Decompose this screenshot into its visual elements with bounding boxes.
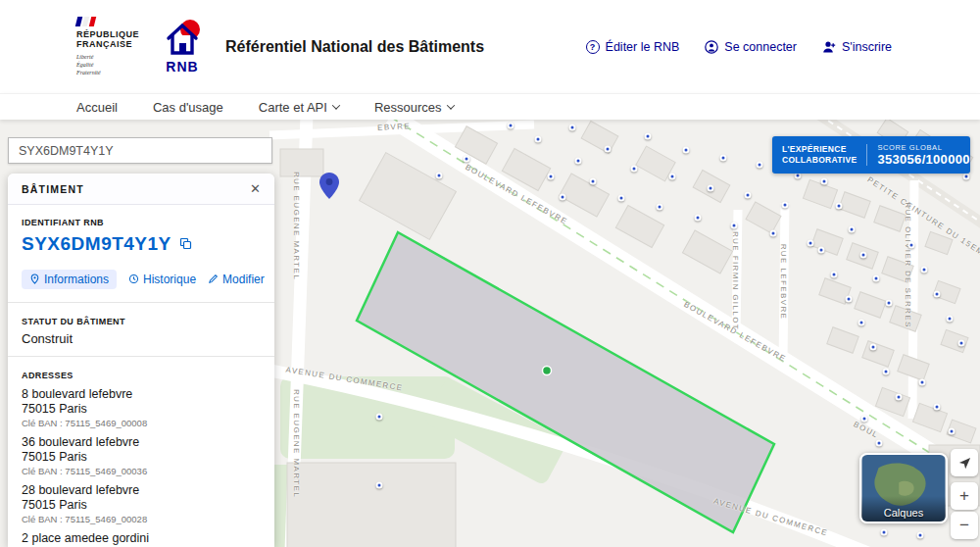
- building-marker[interactable]: [645, 133, 652, 140]
- building-marker[interactable]: [569, 124, 576, 131]
- panel-body: IDENTIFIANT RNB SYX6DM9T4Y1Y: [8, 205, 274, 547]
- building-marker[interactable]: [605, 146, 612, 153]
- building-marker[interactable]: [618, 195, 625, 202]
- person-add-icon: [822, 40, 836, 54]
- building-marker[interactable]: [849, 226, 856, 233]
- map-search-input[interactable]: [9, 138, 271, 163]
- building-marker[interactable]: [695, 215, 702, 222]
- site-header: RÉPUBLIQUE FRANÇAISE Liberté Égalité Fra…: [0, 0, 980, 93]
- building-marker[interactable]: [708, 185, 714, 192]
- site-title: Référentiel National des Bâtiments: [225, 38, 484, 56]
- building-marker[interactable]: [919, 379, 926, 386]
- building-marker[interactable]: [921, 267, 928, 274]
- edit-rnb-link[interactable]: ? Éditer le RNB: [586, 40, 680, 54]
- street-label: EBVRE: [377, 122, 412, 132]
- nav-item-accueil[interactable]: Accueil: [76, 100, 118, 115]
- building-marker[interactable]: [958, 340, 965, 347]
- building-marker[interactable]: [575, 158, 582, 165]
- zoom-in-button[interactable]: +: [951, 482, 978, 510]
- nav-item-carte-api[interactable]: Carte et API: [259, 100, 339, 115]
- collaborative-score-badge[interactable]: L'EXPÉRIENCE COLLABORATIVE SCORE GLOBAL …: [772, 136, 970, 174]
- building-marker[interactable]: [873, 275, 880, 282]
- building-marker[interactable]: [883, 369, 890, 375]
- badge-title: L'EXPÉRIENCE COLLABORATIVE: [782, 144, 867, 166]
- building-marker[interactable]: [963, 174, 970, 180]
- rnb-house-icon: [161, 19, 204, 58]
- building-marker[interactable]: [560, 194, 566, 201]
- building-marker[interactable]: [669, 174, 676, 180]
- building-marker[interactable]: [846, 296, 853, 303]
- tab-informations[interactable]: Informations: [22, 270, 117, 289]
- layers-button[interactable]: Calques: [859, 453, 948, 523]
- panel-header: BÂTIMENT ✕: [8, 174, 274, 205]
- locate-button[interactable]: [951, 449, 978, 476]
- rnb-id-value: SYX6DM9T4Y1Y: [22, 233, 172, 255]
- layers-label: Calques: [861, 507, 946, 519]
- building-marker[interactable]: [831, 272, 838, 278]
- building-marker[interactable]: [934, 404, 941, 411]
- building-marker[interactable]: [720, 155, 727, 162]
- map-canvas[interactable]: EBVREBOULEVARD LEFEBVREBOULEVARD LEFEBVR…: [0, 120, 980, 547]
- building-marker[interactable]: [436, 173, 443, 179]
- address-item: 36 boulevard lefebvre 75015 Paris Clé BA…: [22, 435, 261, 477]
- marianne-line1: RÉPUBLIQUE: [76, 29, 139, 40]
- building-marker[interactable]: [657, 204, 663, 211]
- panel-tabs: Informations Historique Modifier: [22, 269, 261, 289]
- building-marker[interactable]: [631, 166, 638, 173]
- building-marker[interactable]: [947, 316, 954, 323]
- building-marker[interactable]: [858, 320, 865, 326]
- building-marker[interactable]: [821, 178, 828, 185]
- building-marker[interactable]: [896, 394, 903, 401]
- building-marker[interactable]: [861, 416, 868, 423]
- copy-icon[interactable]: [179, 237, 192, 250]
- rnb-id-label: IDENTIFIANT RNB: [22, 218, 261, 228]
- building-marker[interactable]: [376, 414, 383, 421]
- building-marker[interactable]: [590, 178, 597, 185]
- building-marker[interactable]: [860, 252, 867, 259]
- building-centroid-dot: [543, 367, 552, 375]
- building-marker[interactable]: [376, 482, 383, 489]
- status-label: STATUT DU BÂTIMENT: [22, 317, 261, 327]
- building-marker[interactable]: [876, 440, 883, 447]
- building-marker[interactable]: [881, 529, 888, 536]
- history-clock-icon: [128, 274, 139, 284]
- map-search: [8, 137, 272, 164]
- address-item: 2 place amedee gordini 75015 Paris Clé B…: [22, 531, 261, 547]
- building-marker[interactable]: [683, 147, 690, 154]
- building-marker[interactable]: [818, 247, 825, 254]
- gouv-logo[interactable]: RÉPUBLIQUE FRANÇAISE Liberté Égalité Fra…: [76, 17, 139, 77]
- building-marker[interactable]: [535, 136, 542, 143]
- building-marker[interactable]: [508, 123, 514, 129]
- nav-item-ressources[interactable]: Ressources: [374, 100, 454, 115]
- zoom-out-button[interactable]: −: [951, 512, 978, 539]
- login-link[interactable]: Se connecter: [705, 40, 797, 54]
- building-marker[interactable]: [770, 230, 777, 237]
- building-marker[interactable]: [757, 162, 763, 169]
- building-marker[interactable]: [949, 428, 956, 435]
- building-marker[interactable]: [464, 156, 470, 163]
- building-marker[interactable]: [731, 223, 738, 229]
- building-marker[interactable]: [917, 532, 924, 539]
- building-marker[interactable]: [934, 291, 941, 298]
- building-marker[interactable]: [908, 242, 915, 249]
- building-marker[interactable]: [745, 192, 752, 199]
- rnb-logo[interactable]: RNB: [161, 19, 204, 75]
- building-marker[interactable]: [808, 240, 814, 247]
- street-label: RUE FIRMIN GILLOT: [731, 231, 740, 330]
- building-marker[interactable]: [870, 344, 877, 351]
- nav-item-cas-usage[interactable]: Cas d'usage: [153, 100, 223, 115]
- building-marker[interactable]: [886, 300, 893, 307]
- header-actions: ? Éditer le RNB Se connecter S'inscrire: [586, 40, 892, 54]
- street-label: RUE OLIVIER DE SERRES: [904, 202, 912, 328]
- map-pin[interactable]: [319, 173, 339, 199]
- panel-close-button[interactable]: ✕: [250, 182, 261, 195]
- tab-historique[interactable]: Historique: [128, 273, 196, 286]
- building-marker[interactable]: [548, 174, 555, 180]
- signup-link[interactable]: S'inscrire: [822, 40, 892, 54]
- building-marker[interactable]: [836, 203, 843, 210]
- badge-score: SCORE GLOBAL 353056/100000: [877, 143, 969, 168]
- status-value: Construit: [22, 331, 261, 347]
- tab-modifier[interactable]: Modifier: [208, 273, 265, 286]
- address-item: 8 boulevard lefebvre 75015 Paris Clé BAN…: [22, 387, 261, 429]
- building-marker[interactable]: [782, 202, 789, 209]
